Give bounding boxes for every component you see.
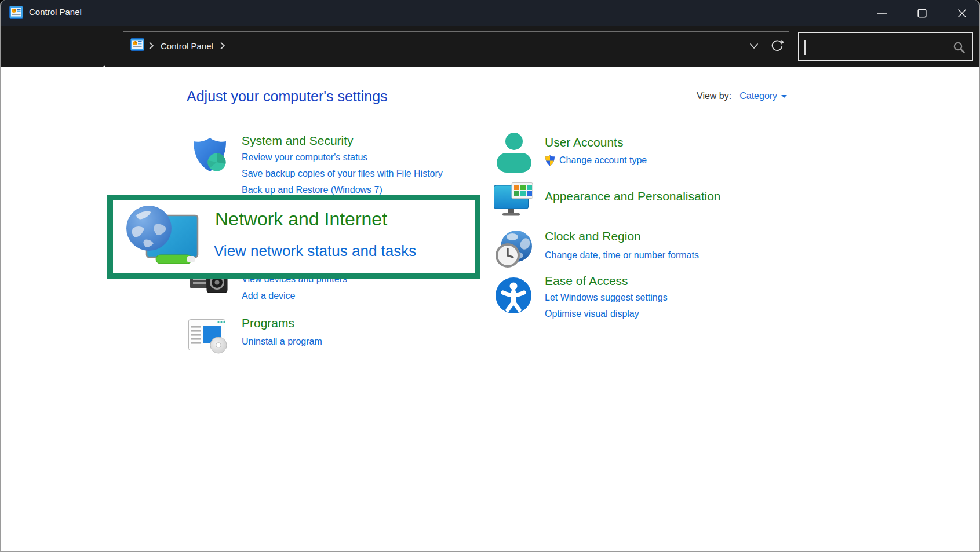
window-title: Control Panel bbox=[29, 7, 82, 17]
network-internet-highlight-box: Network and Internet View network status… bbox=[107, 195, 480, 279]
view-by-dropdown[interactable]: Category bbox=[739, 91, 777, 101]
user-icon[interactable] bbox=[495, 132, 533, 176]
control-panel-home: Adjust your computer's settings View by:… bbox=[1, 67, 979, 552]
search-box[interactable] bbox=[798, 32, 973, 61]
network-globe-monitor-icon[interactable] bbox=[125, 205, 201, 268]
link-uninstall-program[interactable]: Uninstall a program bbox=[242, 337, 322, 347]
chevron-down-icon[interactable] bbox=[781, 95, 787, 98]
category-appearance-personalisation[interactable]: Appearance and Personalisation bbox=[545, 189, 721, 203]
link-backup-restore[interactable]: Back up and Restore (Windows 7) bbox=[242, 185, 382, 195]
maximize-icon bbox=[917, 9, 927, 18]
link-file-history[interactable]: Save backup copies of your files with Fi… bbox=[242, 169, 443, 179]
text-caret bbox=[804, 40, 806, 55]
view-by-control: View by: Category bbox=[697, 91, 787, 101]
title-bar: Control Panel bbox=[1, 0, 979, 26]
control-panel-window: Control Panel bbox=[0, 0, 980, 552]
monitor-tiles-icon[interactable] bbox=[494, 182, 535, 221]
close-icon bbox=[957, 9, 967, 18]
category-system-security[interactable]: System and Security bbox=[242, 134, 354, 148]
control-panel-icon bbox=[9, 6, 23, 21]
address-bar[interactable]: Control Panel bbox=[123, 31, 789, 60]
breadcrumb-chevron-icon[interactable] bbox=[219, 41, 226, 50]
close-button[interactable] bbox=[945, 0, 979, 26]
change-account-type-row: Change account type bbox=[545, 155, 647, 166]
system-security-icon[interactable] bbox=[191, 137, 229, 176]
globe-clock-icon[interactable] bbox=[495, 230, 533, 270]
category-network-internet[interactable]: Network and Internet bbox=[215, 209, 387, 230]
breadcrumb-location[interactable]: Control Panel bbox=[161, 41, 213, 51]
category-ease-of-access[interactable]: Ease of Access bbox=[545, 274, 628, 288]
search-icon[interactable] bbox=[952, 41, 966, 57]
category-clock-region[interactable]: Clock and Region bbox=[545, 229, 641, 243]
maximize-button[interactable] bbox=[905, 0, 939, 26]
refresh-icon bbox=[770, 38, 785, 53]
search-input[interactable] bbox=[804, 35, 949, 57]
control-panel-icon bbox=[130, 38, 144, 53]
link-change-account-type[interactable]: Change account type bbox=[559, 155, 647, 166]
refresh-button[interactable] bbox=[766, 33, 789, 59]
program-window-icon[interactable] bbox=[188, 319, 229, 356]
category-programs[interactable]: Programs bbox=[242, 316, 294, 330]
accessibility-icon[interactable] bbox=[495, 276, 532, 317]
address-dropdown-button[interactable] bbox=[742, 33, 766, 59]
view-by-label: View by: bbox=[697, 91, 731, 101]
minimize-button[interactable] bbox=[865, 0, 899, 26]
uac-shield-icon bbox=[545, 155, 555, 166]
link-view-network-status[interactable]: View network status and tasks bbox=[214, 242, 416, 260]
breadcrumb-chevron-icon[interactable] bbox=[148, 41, 155, 50]
page-title: Adjust your computer's settings bbox=[187, 88, 388, 105]
minimize-icon bbox=[877, 8, 887, 19]
link-optimise-visual-display[interactable]: Optimise visual display bbox=[545, 309, 639, 319]
link-review-computer-status[interactable]: Review your computer's status bbox=[242, 152, 367, 163]
link-let-windows-suggest[interactable]: Let Windows suggest settings bbox=[545, 293, 668, 303]
link-add-device[interactable]: Add a device bbox=[242, 291, 296, 301]
category-user-accounts[interactable]: User Accounts bbox=[545, 136, 623, 149]
navigation-bar: Control Panel bbox=[1, 26, 979, 67]
link-change-date-time-formats[interactable]: Change date, time or number formats bbox=[545, 250, 699, 261]
chevron-down-icon bbox=[749, 43, 759, 49]
